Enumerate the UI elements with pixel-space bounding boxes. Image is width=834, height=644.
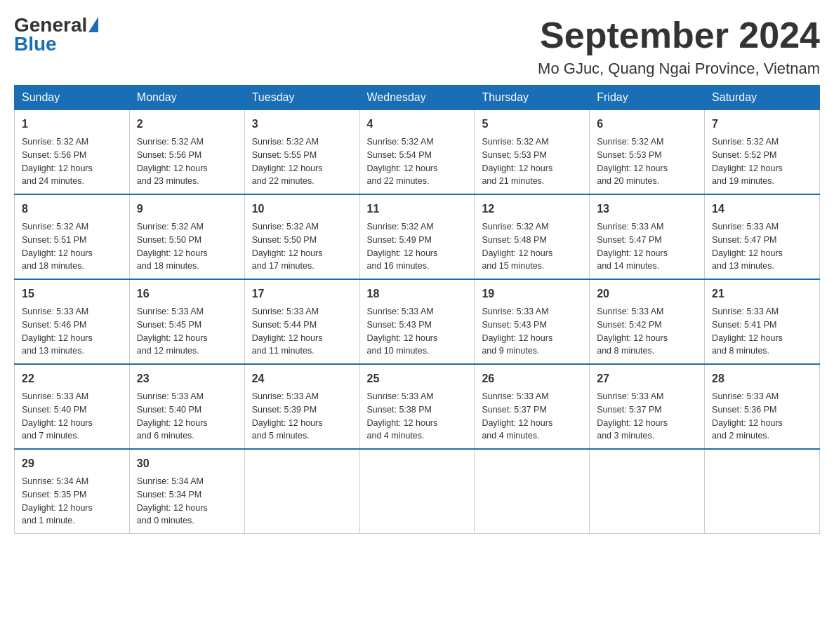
day-info: Sunrise: 5:32 AMSunset: 5:50 PMDaylight:… (252, 220, 352, 273)
calendar-cell: 27Sunrise: 5:33 AMSunset: 5:37 PMDayligh… (590, 364, 705, 449)
day-info: Sunrise: 5:32 AMSunset: 5:49 PMDaylight:… (367, 220, 468, 273)
day-info: Sunrise: 5:33 AMSunset: 5:43 PMDaylight:… (367, 305, 468, 358)
calendar-cell: 14Sunrise: 5:33 AMSunset: 5:47 PMDayligh… (705, 194, 820, 279)
day-number: 29 (22, 455, 122, 472)
day-info: Sunrise: 5:33 AMSunset: 5:39 PMDaylight:… (252, 390, 352, 443)
calendar-cell: 9Sunrise: 5:32 AMSunset: 5:50 PMDaylight… (129, 194, 244, 279)
calendar-cell (244, 449, 359, 534)
calendar-cell: 2Sunrise: 5:32 AMSunset: 5:56 PMDaylight… (129, 110, 244, 195)
day-number: 28 (712, 370, 812, 387)
calendar-cell: 23Sunrise: 5:33 AMSunset: 5:40 PMDayligh… (129, 364, 244, 449)
day-number: 6 (597, 116, 697, 133)
calendar-cell: 21Sunrise: 5:33 AMSunset: 5:41 PMDayligh… (705, 279, 820, 364)
day-info: Sunrise: 5:33 AMSunset: 5:40 PMDaylight:… (22, 390, 122, 443)
calendar-cell: 6Sunrise: 5:32 AMSunset: 5:53 PMDaylight… (590, 110, 705, 195)
main-title: September 2024 (538, 14, 820, 56)
day-number: 2 (137, 116, 237, 133)
calendar-cell: 20Sunrise: 5:33 AMSunset: 5:42 PMDayligh… (590, 279, 705, 364)
title-section: September 2024 Mo GJuc, Quang Ngai Provi… (538, 14, 820, 78)
day-info: Sunrise: 5:34 AMSunset: 5:34 PMDaylight:… (137, 475, 237, 528)
day-info: Sunrise: 5:33 AMSunset: 5:44 PMDaylight:… (252, 305, 352, 358)
day-info: Sunrise: 5:33 AMSunset: 5:47 PMDaylight:… (712, 220, 812, 273)
calendar-header-thursday: Thursday (475, 86, 590, 110)
calendar-week-row: 15Sunrise: 5:33 AMSunset: 5:46 PMDayligh… (15, 279, 820, 364)
day-number: 26 (482, 370, 582, 387)
day-number: 13 (597, 201, 697, 217)
calendar-week-row: 1Sunrise: 5:32 AMSunset: 5:56 PMDaylight… (15, 110, 820, 195)
calendar-cell: 10Sunrise: 5:32 AMSunset: 5:50 PMDayligh… (244, 194, 359, 279)
day-info: Sunrise: 5:32 AMSunset: 5:53 PMDaylight:… (597, 135, 697, 188)
logo: General Blue (14, 14, 98, 55)
calendar-header-tuesday: Tuesday (244, 86, 359, 110)
calendar-cell (359, 449, 475, 534)
subtitle: Mo GJuc, Quang Ngai Province, Vietnam (538, 60, 820, 78)
day-number: 5 (482, 116, 582, 133)
day-info: Sunrise: 5:32 AMSunset: 5:48 PMDaylight:… (482, 220, 582, 273)
day-number: 24 (252, 370, 352, 387)
day-info: Sunrise: 5:34 AMSunset: 5:35 PMDaylight:… (22, 475, 122, 528)
day-number: 30 (137, 455, 237, 472)
day-number: 23 (137, 370, 237, 387)
day-number: 22 (22, 370, 122, 387)
calendar-cell: 11Sunrise: 5:32 AMSunset: 5:49 PMDayligh… (359, 194, 475, 279)
day-number: 4 (367, 116, 468, 133)
calendar-header-saturday: Saturday (705, 86, 820, 110)
calendar-cell: 30Sunrise: 5:34 AMSunset: 5:34 PMDayligh… (129, 449, 244, 534)
calendar-cell: 15Sunrise: 5:33 AMSunset: 5:46 PMDayligh… (15, 279, 130, 364)
calendar-cell: 12Sunrise: 5:32 AMSunset: 5:48 PMDayligh… (475, 194, 590, 279)
calendar-header-sunday: Sunday (15, 86, 130, 110)
day-info: Sunrise: 5:32 AMSunset: 5:50 PMDaylight:… (137, 220, 237, 273)
calendar-cell: 29Sunrise: 5:34 AMSunset: 5:35 PMDayligh… (15, 449, 130, 534)
calendar-cell: 25Sunrise: 5:33 AMSunset: 5:38 PMDayligh… (359, 364, 475, 449)
calendar-cell: 19Sunrise: 5:33 AMSunset: 5:43 PMDayligh… (475, 279, 590, 364)
day-info: Sunrise: 5:33 AMSunset: 5:43 PMDaylight:… (482, 305, 582, 358)
day-number: 8 (22, 201, 122, 217)
calendar-header-friday: Friday (590, 86, 705, 110)
day-info: Sunrise: 5:32 AMSunset: 5:56 PMDaylight:… (22, 135, 122, 188)
calendar-header-row: SundayMondayTuesdayWednesdayThursdayFrid… (15, 86, 820, 110)
day-info: Sunrise: 5:33 AMSunset: 5:38 PMDaylight:… (367, 390, 468, 443)
logo-blue: Blue (14, 33, 57, 55)
day-number: 27 (597, 370, 697, 387)
calendar-cell: 22Sunrise: 5:33 AMSunset: 5:40 PMDayligh… (15, 364, 130, 449)
day-number: 1 (22, 116, 122, 133)
calendar-cell: 28Sunrise: 5:33 AMSunset: 5:36 PMDayligh… (705, 364, 820, 449)
logo-triangle-icon (88, 17, 98, 32)
day-info: Sunrise: 5:33 AMSunset: 5:45 PMDaylight:… (137, 305, 237, 358)
calendar-cell: 26Sunrise: 5:33 AMSunset: 5:37 PMDayligh… (475, 364, 590, 449)
day-number: 16 (137, 286, 237, 302)
calendar-cell: 5Sunrise: 5:32 AMSunset: 5:53 PMDaylight… (475, 110, 590, 195)
calendar-week-row: 8Sunrise: 5:32 AMSunset: 5:51 PMDaylight… (15, 194, 820, 279)
day-number: 12 (482, 201, 582, 217)
day-info: Sunrise: 5:32 AMSunset: 5:54 PMDaylight:… (367, 135, 468, 188)
day-number: 20 (597, 286, 697, 302)
day-number: 7 (712, 116, 812, 133)
calendar-cell (590, 449, 705, 534)
day-number: 19 (482, 286, 582, 302)
day-info: Sunrise: 5:33 AMSunset: 5:47 PMDaylight:… (597, 220, 697, 273)
day-info: Sunrise: 5:32 AMSunset: 5:52 PMDaylight:… (712, 135, 812, 188)
calendar-week-row: 29Sunrise: 5:34 AMSunset: 5:35 PMDayligh… (15, 449, 820, 534)
day-number: 11 (367, 201, 468, 217)
day-number: 9 (137, 201, 237, 217)
day-info: Sunrise: 5:33 AMSunset: 5:46 PMDaylight:… (22, 305, 122, 358)
day-info: Sunrise: 5:32 AMSunset: 5:56 PMDaylight:… (137, 135, 237, 188)
calendar-cell (475, 449, 590, 534)
calendar-cell: 17Sunrise: 5:33 AMSunset: 5:44 PMDayligh… (244, 279, 359, 364)
day-number: 17 (252, 286, 352, 302)
day-number: 14 (712, 201, 812, 217)
day-number: 25 (367, 370, 468, 387)
day-info: Sunrise: 5:32 AMSunset: 5:53 PMDaylight:… (482, 135, 582, 188)
day-number: 15 (22, 286, 122, 302)
calendar-cell: 8Sunrise: 5:32 AMSunset: 5:51 PMDaylight… (15, 194, 130, 279)
calendar-cell (705, 449, 820, 534)
calendar-cell: 16Sunrise: 5:33 AMSunset: 5:45 PMDayligh… (129, 279, 244, 364)
day-info: Sunrise: 5:33 AMSunset: 5:37 PMDaylight:… (482, 390, 582, 443)
calendar-header-wednesday: Wednesday (359, 86, 475, 110)
day-info: Sunrise: 5:33 AMSunset: 5:37 PMDaylight:… (597, 390, 697, 443)
day-number: 21 (712, 286, 812, 302)
page-header: General Blue September 2024 Mo GJuc, Qua… (14, 14, 820, 78)
day-info: Sunrise: 5:33 AMSunset: 5:41 PMDaylight:… (712, 305, 812, 358)
day-info: Sunrise: 5:33 AMSunset: 5:42 PMDaylight:… (597, 305, 697, 358)
calendar-cell: 4Sunrise: 5:32 AMSunset: 5:54 PMDaylight… (359, 110, 475, 195)
